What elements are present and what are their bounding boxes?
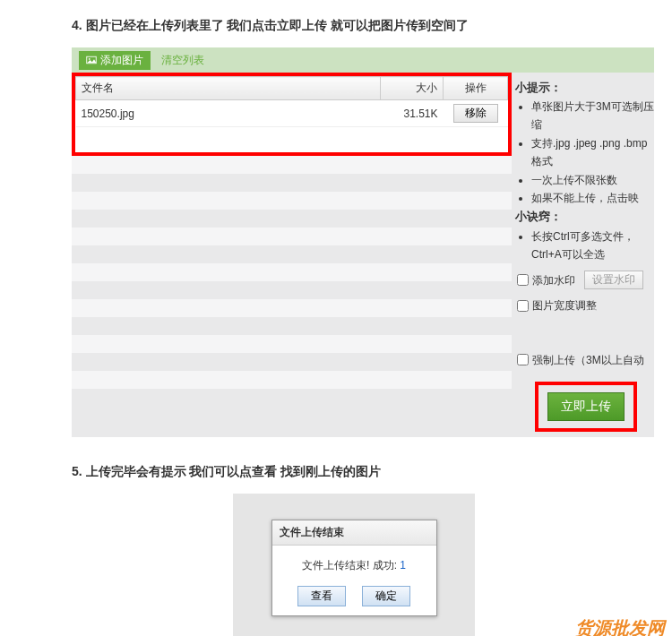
list-item: 如果不能上传，点击映 bbox=[531, 189, 654, 207]
watermark-label: 添加水印 bbox=[532, 271, 575, 289]
dialog-screenshot: 文件上传结束 文件上传结束! 成功: 1 查看 确定 bbox=[233, 494, 475, 636]
list-item: 一次上传不限张数 bbox=[531, 171, 654, 189]
toolbar: 添加图片 清空列表 bbox=[72, 47, 654, 73]
list-item: 支持.jpg .jpeg .png .bmp格式 bbox=[531, 134, 654, 171]
dialog-msg: 文件上传结束! 成功: bbox=[302, 559, 400, 572]
tricks-list: 长按Ctrl可多选文件，Ctrl+A可以全选 bbox=[515, 228, 654, 264]
col-filename: 文件名 bbox=[76, 77, 381, 100]
add-image-button[interactable]: 添加图片 bbox=[79, 51, 151, 70]
force-checkbox[interactable] bbox=[517, 354, 529, 365]
width-checkbox[interactable] bbox=[517, 300, 529, 312]
cell-size: 31.51K bbox=[381, 100, 444, 127]
list-item: 长按Ctrl可多选文件，Ctrl+A可以全选 bbox=[531, 228, 654, 264]
dialog-body: 文件上传结束! 成功: 1 bbox=[272, 546, 436, 586]
watermark-line1: 货源批发网 bbox=[575, 616, 665, 636]
dialog-count: 1 bbox=[400, 559, 406, 572]
width-label: 图片宽度调整 bbox=[532, 297, 597, 314]
force-label: 强制上传（3M以上自动 bbox=[532, 351, 644, 369]
upload-now-button[interactable]: 立即上传 bbox=[547, 392, 625, 421]
tips-heading: 小提示： bbox=[515, 78, 654, 98]
table-row: 150250.jpg 31.51K 移除 bbox=[76, 100, 508, 127]
watermark-checkbox[interactable] bbox=[517, 274, 529, 286]
clear-list-link[interactable]: 清空列表 bbox=[161, 53, 204, 68]
file-table-highlight: 文件名 大小 操作 150250.jpg 31.51K 移除 bbox=[72, 73, 512, 156]
view-button[interactable]: 查看 bbox=[297, 586, 346, 606]
svg-point-1 bbox=[89, 58, 90, 60]
file-table: 文件名 大小 操作 150250.jpg 31.51K 移除 bbox=[75, 76, 508, 152]
remove-button[interactable]: 移除 bbox=[453, 104, 498, 123]
cell-filename: 150250.jpg bbox=[76, 100, 381, 127]
dialog-title: 文件上传结束 bbox=[272, 520, 436, 546]
list-item: 单张图片大于3M可选制压缩 bbox=[531, 98, 654, 134]
set-watermark-button[interactable]: 设置水印 bbox=[584, 271, 643, 289]
tips-list: 单张图片大于3M可选制压缩 支持.jpg .jpeg .png .bmp格式 一… bbox=[515, 98, 654, 207]
upload-done-dialog: 文件上传结束 文件上传结束! 成功: 1 查看 确定 bbox=[271, 520, 437, 616]
ok-button[interactable]: 确定 bbox=[362, 586, 410, 606]
col-op: 操作 bbox=[444, 77, 508, 100]
add-image-label: 添加图片 bbox=[100, 53, 143, 68]
step4-title: 4. 图片已经在上传列表里了 我们点击立即上传 就可以把图片传到空间了 bbox=[72, 18, 672, 34]
col-size: 大小 bbox=[381, 77, 444, 100]
upload-panel: 添加图片 清空列表 文件名 大小 操作 bbox=[72, 47, 654, 437]
step5-title: 5. 上传完毕会有提示 我们可以点查看 找到刚上传的图片 bbox=[72, 464, 672, 480]
tricks-heading: 小诀窍： bbox=[515, 207, 654, 227]
options-area: 添加水印 设置水印 图片宽度调整 强制上传（3M以上自动 立即上传 bbox=[515, 263, 654, 432]
site-watermark: 货源批发网 www.6pf.cn bbox=[575, 616, 665, 636]
image-icon bbox=[86, 55, 97, 65]
sidebar: 小提示： 单张图片大于3M可选制压缩 支持.jpg .jpeg .png .bm… bbox=[512, 73, 654, 437]
upload-button-highlight: 立即上传 bbox=[535, 382, 637, 432]
empty-list-area bbox=[72, 156, 512, 389]
